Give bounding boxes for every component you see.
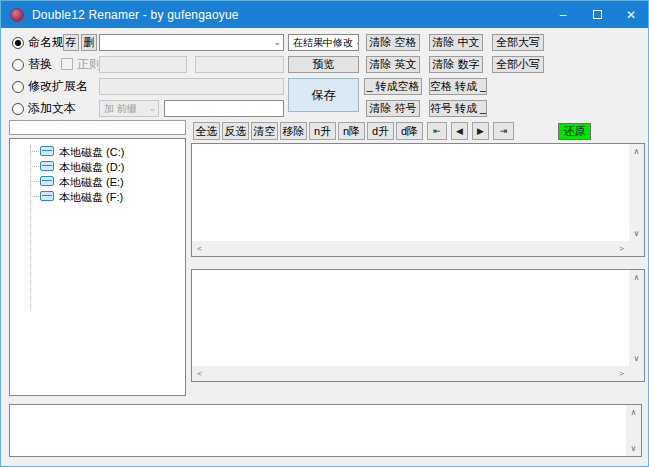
scroll-right-icon[interactable]: > [614,241,629,256]
remove-item-button[interactable]: 移除 [280,122,307,140]
original-names-list[interactable]: ∧ ∨ < > [191,143,645,257]
rule-combobox[interactable]: ⌄ [99,34,284,51]
log-textarea[interactable]: ∧ ∨ [9,404,642,457]
path-input[interactable] [9,120,186,135]
scroll-left-icon[interactable]: < [192,366,207,381]
clear-list-button[interactable]: 清空 [251,122,278,140]
add-text-radio[interactable] [12,103,24,115]
tree-item-label: 本地磁盘 (F:) [59,190,123,205]
tree-branch-line [30,166,39,167]
scroll-up-icon[interactable]: ∧ [629,144,644,159]
titlebar: Double12 Renamer - by gufengaoyue – ✕ [1,1,648,28]
move-first-icon: ⇤ [433,126,441,136]
horizontal-scrollbar[interactable]: < > [192,241,629,256]
clear-digit-button[interactable]: 清除 数字 [429,56,483,73]
extension-radio[interactable] [12,81,24,93]
caption-buttons: – ✕ [546,1,648,28]
scroll-up-icon[interactable]: ∧ [629,270,644,285]
scrollbar-corner [629,241,644,256]
apply-mode-combobox[interactable]: 在结果中修改 ⌄ [288,34,359,51]
restore-button[interactable]: 还原 [558,123,591,140]
move-last-icon: ⇥ [500,126,508,136]
preview-button[interactable]: 预览 [288,56,359,73]
save-rule-button[interactable]: 存 [63,34,79,51]
clear-chinese-button[interactable]: 清除 中文 [429,34,483,51]
vertical-scrollbar[interactable]: ∧ ∨ [626,405,641,456]
scroll-up-icon[interactable]: ∧ [626,405,641,420]
tree-branch-line [30,151,39,152]
scroll-down-icon[interactable]: ∨ [626,441,641,456]
arrow-left-icon: ◀ [456,126,463,136]
space-to-underscore-button[interactable]: 空格 转成 _ [429,78,487,95]
chevron-down-icon: ⌄ [271,38,281,47]
tree-branch-line [30,181,39,182]
invert-select-button[interactable]: 反选 [222,122,249,140]
replace-radio[interactable] [12,59,24,71]
vertical-scrollbar[interactable]: ∧ ∨ [629,144,644,241]
date-desc-button[interactable]: d降 [396,122,423,140]
move-first-button[interactable]: ⇤ [427,122,447,140]
tree-branch-line [30,196,39,197]
add-text-label: 添加文本 [28,100,76,117]
move-left-button[interactable]: ◀ [451,122,468,140]
chevron-down-icon: ⌄ [353,38,359,47]
drive-icon [40,146,54,156]
result-names-list[interactable]: ∧ ∨ < > [191,269,645,382]
apply-mode-value: 在结果中修改 [293,36,353,50]
horizontal-scrollbar[interactable]: < > [192,366,629,381]
lowercase-button[interactable]: 全部小写 [492,56,544,73]
clear-symbol-button[interactable]: 清除 符号 [366,100,420,117]
replace-with-input[interactable] [195,56,284,73]
close-button[interactable]: ✕ [614,1,648,28]
scrollbar-corner [629,366,644,381]
extension-label: 修改扩展名 [28,78,88,95]
delete-rule-button[interactable]: 删 [81,34,97,51]
symbol-to-underscore-button[interactable]: 符号 转成 _ [429,100,487,117]
drive-tree-panel[interactable]: 本地磁盘 (C:) 本地磁盘 (D:) 本地磁盘 (E:) 本地磁盘 (F:) [9,138,186,396]
naming-rule-radio[interactable] [12,37,24,49]
regex-checkbox[interactable] [61,58,73,70]
extension-input[interactable] [99,78,284,95]
clear-space-button[interactable]: 清除 空格 [366,34,420,51]
scroll-right-icon[interactable]: > [614,366,629,381]
tree-item-label: 本地磁盘 (E:) [59,175,124,190]
replace-find-input[interactable] [99,56,187,73]
replace-label: 替换 [28,56,52,73]
tree-item-label: 本地磁盘 (D:) [59,160,124,175]
minimize-icon: – [560,8,567,22]
tree-connector-line [30,145,31,311]
regex-label: 正则 [77,56,101,73]
add-text-mode-value: 加 前缀 [104,102,137,116]
date-asc-button[interactable]: d升 [367,122,394,140]
maximize-icon [593,10,602,19]
move-right-button[interactable]: ▶ [472,122,489,140]
add-text-mode-combobox[interactable]: 加 前缀 ⌄ [99,100,159,117]
add-text-input[interactable] [164,100,284,117]
app-window: Double12 Renamer - by gufengaoyue – ✕ 命名… [0,0,649,467]
underscore-to-space-button[interactable]: _ 转成空格 [364,78,422,95]
minimize-button[interactable]: – [546,1,580,28]
vertical-scrollbar[interactable]: ∧ ∨ [629,270,644,366]
scroll-left-icon[interactable]: < [192,241,207,256]
scroll-down-icon[interactable]: ∨ [629,226,644,241]
drive-icon [40,176,54,186]
drive-icon [40,161,54,171]
scroll-down-icon[interactable]: ∨ [629,351,644,366]
close-icon: ✕ [626,8,636,22]
clear-english-button[interactable]: 清除 英文 [366,56,420,73]
move-last-button[interactable]: ⇥ [493,122,514,140]
tree-item-label: 本地磁盘 (C:) [59,145,124,160]
arrow-right-icon: ▶ [477,126,484,136]
select-all-button[interactable]: 全选 [193,122,220,140]
maximize-button[interactable] [580,1,614,28]
uppercase-button[interactable]: 全部大写 [492,34,544,51]
name-asc-button[interactable]: n升 [309,122,336,140]
name-desc-button[interactable]: n降 [338,122,365,140]
app-icon [10,8,24,22]
save-button[interactable]: 保存 [288,78,359,112]
chevron-down-icon: ⌄ [146,104,156,113]
drive-icon [40,191,54,201]
window-title: Double12 Renamer - by gufengaoyue [32,8,239,22]
